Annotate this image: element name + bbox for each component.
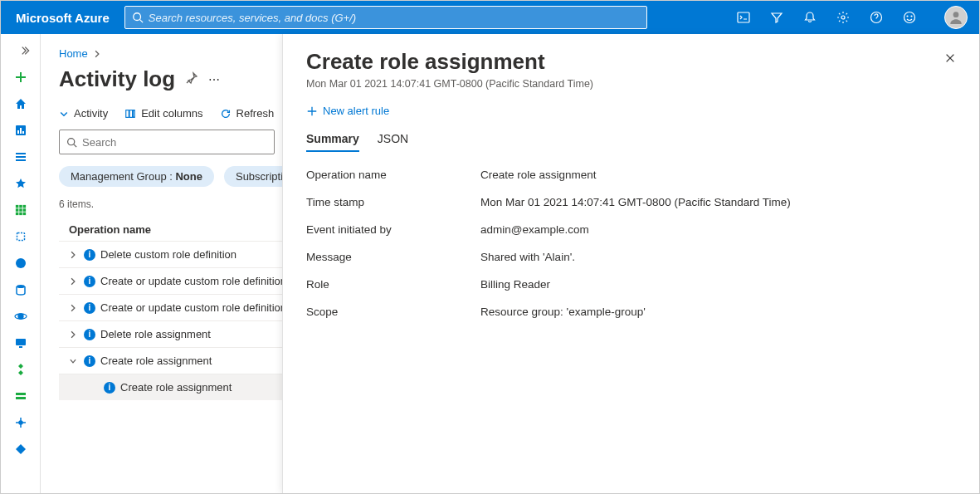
- svg-rect-34: [134, 110, 135, 117]
- search-icon: [132, 12, 144, 23]
- close-icon: [944, 52, 956, 64]
- tab-json[interactable]: JSON: [378, 132, 408, 152]
- svg-point-25: [18, 314, 23, 319]
- svg-rect-20: [19, 213, 22, 216]
- svg-line-36: [74, 144, 76, 146]
- svg-rect-14: [19, 205, 22, 208]
- new-alert-rule-button[interactable]: New alert rule: [306, 105, 959, 117]
- panel-subtitle: Mon Mar 01 2021 14:07:41 GMT-0800 (Pacif…: [306, 78, 593, 90]
- svg-rect-11: [20, 128, 22, 134]
- chevron-right-icon: [69, 330, 77, 339]
- directory-filter-icon[interactable]: [760, 1, 793, 34]
- breadcrumb-home[interactable]: Home: [59, 47, 88, 60]
- svg-point-24: [17, 285, 25, 288]
- svg-rect-15: [22, 205, 26, 208]
- svg-rect-13: [15, 205, 18, 208]
- settings-icon[interactable]: [826, 1, 860, 34]
- page-title: Activity log: [59, 66, 175, 92]
- svg-rect-12: [22, 131, 24, 134]
- svg-line-1: [139, 20, 143, 23]
- field-value: Shared with 'Alain'.: [480, 251, 959, 263]
- operation-name: Create role assignment: [120, 381, 232, 394]
- feedback-icon[interactable]: [893, 1, 926, 34]
- filter-pill-management-group[interactable]: Management Group : None: [59, 166, 214, 187]
- svg-rect-10: [17, 130, 19, 134]
- new-alert-label: New alert rule: [323, 105, 389, 117]
- left-nav-rail: [1, 34, 41, 493]
- edit-columns-button[interactable]: Edit columns: [124, 107, 202, 120]
- rail-all-resources-icon[interactable]: [1, 197, 41, 223]
- notifications-icon[interactable]: [793, 1, 826, 34]
- chevron-right-icon: [69, 251, 77, 259]
- svg-rect-33: [129, 110, 133, 117]
- field-label: Role: [306, 278, 480, 291]
- field-value: Billing Reader: [480, 278, 959, 291]
- svg-rect-30: [16, 397, 26, 399]
- activity-dropdown[interactable]: Activity: [59, 107, 108, 120]
- rail-app-services-icon[interactable]: [1, 250, 41, 276]
- rail-aad-icon[interactable]: [1, 436, 41, 462]
- operation-name: Create role assignment: [100, 355, 212, 367]
- expand-menu-icon[interactable]: [1, 37, 41, 64]
- global-search[interactable]: [124, 6, 647, 29]
- operation-name: Create or update custom role definition: [100, 275, 286, 287]
- rail-favorites-icon[interactable]: [1, 170, 41, 197]
- detail-panel: Create role assignment Mon Mar 01 2021 1…: [282, 34, 979, 493]
- chevron-right-icon: [69, 304, 77, 312]
- plus-icon: [306, 105, 318, 117]
- svg-rect-28: [19, 346, 22, 348]
- info-icon: i: [84, 329, 95, 340]
- top-bar: Microsoft Azure: [1, 1, 979, 34]
- global-search-input[interactable]: [149, 12, 640, 24]
- info-icon: i: [84, 355, 95, 367]
- pin-icon[interactable]: [185, 71, 198, 88]
- field-label: Scope: [306, 306, 480, 318]
- columns-icon: [124, 108, 136, 120]
- refresh-icon: [220, 108, 232, 120]
- rail-network-icon[interactable]: [1, 409, 41, 436]
- close-button[interactable]: [941, 49, 959, 71]
- svg-rect-21: [22, 213, 26, 216]
- filter-mg-label: Management Group :: [71, 170, 175, 183]
- field-label: Time stamp: [306, 196, 480, 208]
- refresh-label: Refresh: [236, 107, 275, 120]
- list-search[interactable]: [59, 130, 275, 154]
- field-label: Operation name: [306, 169, 480, 181]
- svg-point-6: [907, 16, 908, 17]
- search-icon: [66, 137, 77, 148]
- operation-name: Delete custom role definition: [100, 248, 236, 261]
- chevron-down-icon: [59, 109, 69, 119]
- activity-label: Activity: [74, 107, 108, 120]
- filter-mg-value: None: [175, 170, 202, 183]
- rail-home-icon[interactable]: [1, 90, 41, 117]
- more-menu-icon[interactable]: ⋯: [208, 73, 220, 86]
- rail-all-services-icon[interactable]: [1, 144, 41, 170]
- svg-rect-27: [16, 339, 26, 345]
- tab-summary[interactable]: Summary: [306, 132, 359, 152]
- rail-storage-icon[interactable]: [1, 383, 41, 409]
- rail-dashboard-icon[interactable]: [1, 117, 41, 144]
- svg-point-5: [904, 12, 915, 23]
- brand-label: Microsoft Azure: [1, 11, 124, 25]
- field-value: Create role assignment: [480, 169, 959, 181]
- chevron-down-icon: [69, 357, 77, 365]
- rail-load-balancer-icon[interactable]: [1, 356, 41, 383]
- rail-vm-icon[interactable]: [1, 330, 41, 356]
- list-search-input[interactable]: [82, 136, 267, 149]
- edit-columns-label: Edit columns: [141, 107, 202, 120]
- user-avatar[interactable]: [944, 6, 968, 29]
- rail-resource-groups-icon[interactable]: [1, 223, 41, 250]
- info-icon: i: [84, 276, 95, 287]
- help-icon[interactable]: [860, 1, 893, 34]
- chevron-right-icon: [69, 277, 77, 286]
- svg-rect-16: [15, 208, 18, 212]
- info-icon: i: [84, 302, 95, 314]
- panel-tabs: Summary JSON: [306, 132, 959, 152]
- refresh-button[interactable]: Refresh: [220, 107, 275, 120]
- cloud-shell-icon[interactable]: [727, 1, 760, 34]
- rail-sql-icon[interactable]: [1, 276, 41, 303]
- info-icon: i: [104, 382, 115, 394]
- rail-cosmos-icon[interactable]: [1, 303, 41, 330]
- svg-rect-17: [19, 208, 22, 212]
- rail-create-icon[interactable]: [1, 64, 41, 90]
